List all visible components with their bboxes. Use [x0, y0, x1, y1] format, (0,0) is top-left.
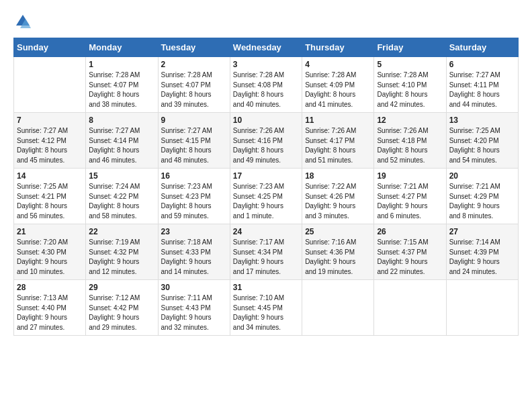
- day-cell: 9Sunrise: 7:27 AM Sunset: 4:15 PM Daylig…: [158, 113, 230, 169]
- logo: [13, 12, 35, 31]
- day-number: 6: [449, 60, 515, 69]
- calendar-table: SundayMondayTuesdayWednesdayThursdayFrid…: [13, 38, 519, 336]
- day-cell: [446, 280, 518, 336]
- day-number: 28: [17, 283, 83, 292]
- day-cell: 2Sunrise: 7:28 AM Sunset: 4:07 PM Daylig…: [158, 57, 230, 113]
- day-number: 25: [305, 227, 371, 236]
- logo-icon: [13, 12, 32, 31]
- day-info: Sunrise: 7:10 AM Sunset: 4:45 PM Dayligh…: [233, 293, 299, 332]
- day-info: Sunrise: 7:26 AM Sunset: 4:17 PM Dayligh…: [305, 126, 371, 165]
- day-info: Sunrise: 7:23 AM Sunset: 4:23 PM Dayligh…: [161, 182, 227, 221]
- day-number: 12: [377, 116, 443, 125]
- day-cell: 4Sunrise: 7:28 AM Sunset: 4:09 PM Daylig…: [302, 57, 374, 113]
- day-info: Sunrise: 7:20 AM Sunset: 4:30 PM Dayligh…: [17, 238, 83, 277]
- day-cell: 14Sunrise: 7:25 AM Sunset: 4:21 PM Dayli…: [14, 169, 86, 224]
- day-info: Sunrise: 7:14 AM Sunset: 4:39 PM Dayligh…: [449, 238, 515, 277]
- day-number: 24: [233, 227, 299, 236]
- day-number: 22: [89, 227, 154, 236]
- week-row-0: 1Sunrise: 7:28 AM Sunset: 4:07 PM Daylig…: [14, 57, 519, 113]
- col-header-monday: Monday: [86, 38, 158, 57]
- day-cell: 3Sunrise: 7:28 AM Sunset: 4:08 PM Daylig…: [230, 57, 302, 113]
- day-cell: 23Sunrise: 7:18 AM Sunset: 4:33 PM Dayli…: [158, 224, 230, 280]
- day-cell: 18Sunrise: 7:22 AM Sunset: 4:26 PM Dayli…: [302, 169, 374, 224]
- day-info: Sunrise: 7:24 AM Sunset: 4:22 PM Dayligh…: [89, 182, 154, 221]
- calendar-body: 1Sunrise: 7:28 AM Sunset: 4:07 PM Daylig…: [14, 57, 519, 336]
- day-info: Sunrise: 7:21 AM Sunset: 4:29 PM Dayligh…: [449, 182, 515, 221]
- day-cell: 1Sunrise: 7:28 AM Sunset: 4:07 PM Daylig…: [86, 57, 158, 113]
- day-number: 26: [377, 227, 443, 236]
- day-number: 14: [17, 171, 83, 181]
- day-info: Sunrise: 7:23 AM Sunset: 4:25 PM Dayligh…: [233, 182, 299, 221]
- day-number: 11: [305, 116, 371, 125]
- day-info: Sunrise: 7:25 AM Sunset: 4:20 PM Dayligh…: [449, 126, 515, 165]
- day-cell: 6Sunrise: 7:27 AM Sunset: 4:11 PM Daylig…: [446, 57, 518, 113]
- day-number: 18: [305, 171, 371, 181]
- day-cell: 29Sunrise: 7:12 AM Sunset: 4:42 PM Dayli…: [86, 280, 158, 336]
- day-info: Sunrise: 7:15 AM Sunset: 4:37 PM Dayligh…: [377, 238, 443, 277]
- day-info: Sunrise: 7:28 AM Sunset: 4:07 PM Dayligh…: [161, 71, 227, 109]
- day-number: 27: [449, 227, 515, 236]
- day-info: Sunrise: 7:17 AM Sunset: 4:34 PM Dayligh…: [233, 238, 299, 277]
- day-cell: [374, 280, 446, 336]
- page: SundayMondayTuesdayWednesdayThursdayFrid…: [0, 0, 532, 411]
- day-info: Sunrise: 7:21 AM Sunset: 4:27 PM Dayligh…: [377, 182, 443, 221]
- day-info: Sunrise: 7:27 AM Sunset: 4:12 PM Dayligh…: [17, 126, 83, 165]
- day-cell: 16Sunrise: 7:23 AM Sunset: 4:23 PM Dayli…: [158, 169, 230, 224]
- day-number: 3: [233, 60, 299, 69]
- week-row-4: 28Sunrise: 7:13 AM Sunset: 4:40 PM Dayli…: [14, 280, 519, 336]
- day-number: 19: [377, 171, 443, 181]
- day-number: 2: [161, 60, 227, 69]
- col-header-saturday: Saturday: [446, 38, 518, 57]
- day-cell: 22Sunrise: 7:19 AM Sunset: 4:32 PM Dayli…: [86, 224, 158, 280]
- day-info: Sunrise: 7:27 AM Sunset: 4:15 PM Dayligh…: [161, 126, 227, 165]
- day-cell: 31Sunrise: 7:10 AM Sunset: 4:45 PM Dayli…: [230, 280, 302, 336]
- day-cell: 11Sunrise: 7:26 AM Sunset: 4:17 PM Dayli…: [302, 113, 374, 169]
- day-info: Sunrise: 7:12 AM Sunset: 4:42 PM Dayligh…: [89, 293, 154, 332]
- day-number: 4: [305, 60, 371, 69]
- day-cell: 17Sunrise: 7:23 AM Sunset: 4:25 PM Dayli…: [230, 169, 302, 224]
- day-cell: [14, 57, 86, 113]
- week-row-3: 21Sunrise: 7:20 AM Sunset: 4:30 PM Dayli…: [14, 224, 519, 280]
- calendar-header: SundayMondayTuesdayWednesdayThursdayFrid…: [14, 38, 519, 57]
- header: [13, 12, 519, 31]
- day-cell: 13Sunrise: 7:25 AM Sunset: 4:20 PM Dayli…: [446, 113, 518, 169]
- day-cell: 25Sunrise: 7:16 AM Sunset: 4:36 PM Dayli…: [302, 224, 374, 280]
- day-info: Sunrise: 7:28 AM Sunset: 4:10 PM Dayligh…: [377, 71, 443, 109]
- col-header-friday: Friday: [374, 38, 446, 57]
- day-number: 13: [449, 116, 515, 125]
- col-header-thursday: Thursday: [302, 38, 374, 57]
- day-cell: 7Sunrise: 7:27 AM Sunset: 4:12 PM Daylig…: [14, 113, 86, 169]
- header-row: SundayMondayTuesdayWednesdayThursdayFrid…: [14, 38, 519, 57]
- day-number: 10: [233, 116, 299, 125]
- day-number: 23: [161, 227, 227, 236]
- day-info: Sunrise: 7:28 AM Sunset: 4:09 PM Dayligh…: [305, 71, 371, 109]
- day-info: Sunrise: 7:18 AM Sunset: 4:33 PM Dayligh…: [161, 238, 227, 277]
- day-cell: 15Sunrise: 7:24 AM Sunset: 4:22 PM Dayli…: [86, 169, 158, 224]
- week-row-2: 14Sunrise: 7:25 AM Sunset: 4:21 PM Dayli…: [14, 169, 519, 224]
- day-number: 9: [161, 116, 227, 125]
- col-header-tuesday: Tuesday: [158, 38, 230, 57]
- day-cell: 12Sunrise: 7:26 AM Sunset: 4:18 PM Dayli…: [374, 113, 446, 169]
- day-number: 15: [89, 171, 154, 181]
- day-number: 5: [377, 60, 443, 69]
- day-number: 16: [161, 171, 227, 181]
- day-cell: 19Sunrise: 7:21 AM Sunset: 4:27 PM Dayli…: [374, 169, 446, 224]
- day-info: Sunrise: 7:26 AM Sunset: 4:18 PM Dayligh…: [377, 126, 443, 165]
- day-cell: 26Sunrise: 7:15 AM Sunset: 4:37 PM Dayli…: [374, 224, 446, 280]
- day-info: Sunrise: 7:28 AM Sunset: 4:08 PM Dayligh…: [233, 71, 299, 109]
- day-cell: 30Sunrise: 7:11 AM Sunset: 4:43 PM Dayli…: [158, 280, 230, 336]
- day-info: Sunrise: 7:27 AM Sunset: 4:11 PM Dayligh…: [449, 71, 515, 109]
- day-cell: 24Sunrise: 7:17 AM Sunset: 4:34 PM Dayli…: [230, 224, 302, 280]
- day-number: 1: [89, 60, 154, 69]
- day-info: Sunrise: 7:25 AM Sunset: 4:21 PM Dayligh…: [17, 182, 83, 221]
- day-cell: [302, 280, 374, 336]
- day-cell: 20Sunrise: 7:21 AM Sunset: 4:29 PM Dayli…: [446, 169, 518, 224]
- day-info: Sunrise: 7:19 AM Sunset: 4:32 PM Dayligh…: [89, 238, 154, 277]
- day-number: 21: [17, 227, 83, 236]
- day-cell: 10Sunrise: 7:26 AM Sunset: 4:16 PM Dayli…: [230, 113, 302, 169]
- day-cell: 28Sunrise: 7:13 AM Sunset: 4:40 PM Dayli…: [14, 280, 86, 336]
- col-header-sunday: Sunday: [14, 38, 86, 57]
- week-row-1: 7Sunrise: 7:27 AM Sunset: 4:12 PM Daylig…: [14, 113, 519, 169]
- day-number: 7: [17, 116, 83, 125]
- day-info: Sunrise: 7:11 AM Sunset: 4:43 PM Dayligh…: [161, 293, 227, 332]
